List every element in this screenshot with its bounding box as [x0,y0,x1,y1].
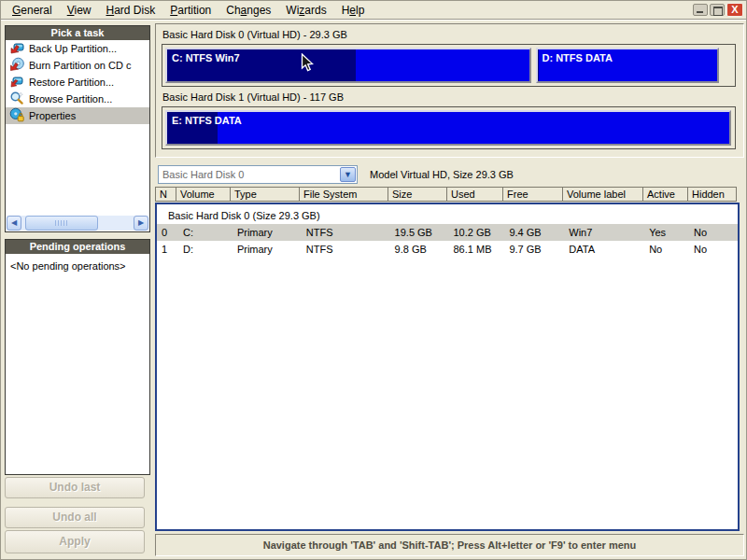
table-cell: Win7 [564,224,644,241]
table-cell: 9.4 GB [504,224,564,241]
menu-label-part: iew [75,4,92,17]
partition-label: E: NTFS DATA [172,115,242,126]
table-cell: C: [178,224,233,241]
column-header-hidden[interactable]: Hidden [688,187,737,202]
table-cell: 9.8 GB [390,241,449,258]
task-item-label: Back Up Partition... [29,43,117,54]
scroll-grip [55,220,68,226]
menu-view[interactable]: View [60,2,99,19]
table-row[interactable]: 1D:PrimaryNTFS9.8 GB86.1 MB9.7 GBDATANoN… [157,241,738,258]
pending-operations-header: Pending operations [5,239,150,255]
restore-disk-icon [9,74,24,91]
menu-hard-disk[interactable]: Hard Disk [99,2,163,19]
partition-e-ntfs-data[interactable]: E: NTFS DATA [165,110,731,146]
task-item-burn-partition-on-cd-c[interactable]: Burn Partition on CD c [6,57,149,74]
partition-d-ntfs-data[interactable]: D: NTFS DATA [536,48,720,83]
volume-table-header: NVolumeTypeFile SystemSizeUsedFreeVolume… [155,187,740,203]
pending-operations-list: <No pending operations> [5,254,150,475]
backup-disk-icon [9,40,24,57]
status-bar: Navigate through 'TAB' and 'Shift-TAB'; … [155,534,744,556]
task-item-label: Restore Partition... [29,77,114,88]
table-cell: 1 [157,241,178,258]
burn-cd-icon [9,57,24,74]
task-item-browse-partition[interactable]: Browse Partition... [6,91,149,107]
task-item-label: Properties [29,110,76,121]
table-cell: 9.7 GB [504,241,564,258]
scroll-left-icon[interactable]: ◀ [7,216,21,231]
task-item-label: Browse Partition... [29,93,112,105]
table-row[interactable]: 0C:PrimaryNTFS19.5 GB10.2 GB9.4 GBWin7Ye… [157,224,738,241]
table-cell: Yes [644,224,689,241]
table-cell: Primary [233,241,302,258]
menu-accel-char: e [349,4,356,17]
menu-general[interactable]: General [5,2,60,19]
scroll-thumb[interactable] [25,216,98,231]
minimize-button[interactable] [693,4,708,16]
mouse-cursor [301,53,315,73]
scroll-right-icon[interactable]: ▶ [134,216,148,231]
menu-label-part: lp [356,4,364,17]
column-header-size[interactable]: Size [388,187,447,202]
menu-label-part: Wi [286,4,299,17]
table-cell: No [689,241,738,258]
disk0-title: Basic Hard Disk 0 (Virtual HD) - 29.3 GB [162,29,347,40]
menu-bar: GeneralViewHard DiskPartitionChangesWiza… [1,1,747,19]
disk0-partition-strip: C: NTFS Win7D: NTFS DATA [162,44,736,87]
column-header-type[interactable]: Type [231,187,300,202]
column-header-volume-label[interactable]: Volume label [563,187,643,202]
task-item-back-up-partition[interactable]: Back Up Partition... [6,40,149,57]
disk-map-panel: Basic Hard Disk 0 (Virtual HD) - 29.3 GB… [155,23,744,158]
disk-selector-combobox[interactable]: Basic Hard Disk 0 ▼ [158,165,358,184]
menu-accel-char: G [12,4,21,17]
table-cell: D: [178,241,233,258]
browse-magnifier-icon [9,91,24,107]
undo-all-button[interactable]: Undo all [5,507,145,528]
task-item-properties[interactable]: Properties [6,107,149,124]
task-list-hscrollbar[interactable]: ◀ ▶ [7,216,148,231]
column-header-file-system[interactable]: File System [300,187,388,202]
pick-a-task-header: Pick a task [5,25,150,41]
chevron-down-icon[interactable]: ▼ [340,167,356,182]
apply-button[interactable]: Apply [5,530,145,553]
menu-label-part: nges [247,4,271,17]
column-header-volume[interactable]: Volume [176,187,231,202]
table-cell: 86.1 MB [449,241,505,258]
maximize-button[interactable] [710,4,725,16]
menu-partition[interactable]: Partition [162,2,218,19]
table-cell: Primary [233,224,302,241]
table-cell: NTFS [302,241,390,258]
undo-last-button[interactable]: Undo last [5,477,145,498]
task-item-label: Burn Partition on CD c [29,60,131,71]
partition-label: D: NTFS DATA [543,52,613,63]
menu-wizards[interactable]: Wizards [278,2,333,19]
window-controls: X [693,3,743,17]
partition-manager-window: { "menu": { "items": [ { "label": "Gener… [0,0,747,560]
column-header-used[interactable]: Used [447,187,503,202]
partition-used-space [538,49,540,81]
menu-label-part: ard Disk [114,4,155,17]
menu-label-part: ards [304,4,326,17]
close-button[interactable]: X [726,3,743,17]
table-cell: 10.2 GB [449,224,505,241]
column-header-free[interactable]: Free [503,187,563,202]
menu-label-part: artition [177,4,211,17]
menu-changes[interactable]: Changes [218,2,278,19]
disk1-title: Basic Hard Disk 1 (Virtual HD) - 117 GB [162,91,344,103]
menu-label-part: eneral [21,4,51,17]
table-cell: NTFS [302,224,390,241]
disk1-partition-strip: E: NTFS DATA [162,106,736,149]
menu-help[interactable]: Help [334,2,373,19]
no-pending-operations-text: <No pending operations> [10,260,126,272]
menu-divider [1,19,747,21]
partition-c-ntfs-win7[interactable]: C: NTFS Win7 [165,48,531,83]
column-header-active[interactable]: Active [643,187,688,202]
table-cell: 19.5 GB [390,224,449,241]
table-group-row: Basic Hard Disk 0 (Size 29.3 GB) [157,208,738,224]
menu-accel-char: V [67,4,75,17]
volume-table-body: Basic Hard Disk 0 (Size 29.3 GB) 0C:Prim… [155,203,740,531]
table-cell: DATA [564,241,644,258]
scroll-track[interactable] [21,216,134,231]
task-item-restore-partition[interactable]: Restore Partition... [6,74,149,91]
column-header-n[interactable]: N [155,187,176,202]
task-list: Back Up Partition...Burn Partition on CD… [5,40,150,232]
